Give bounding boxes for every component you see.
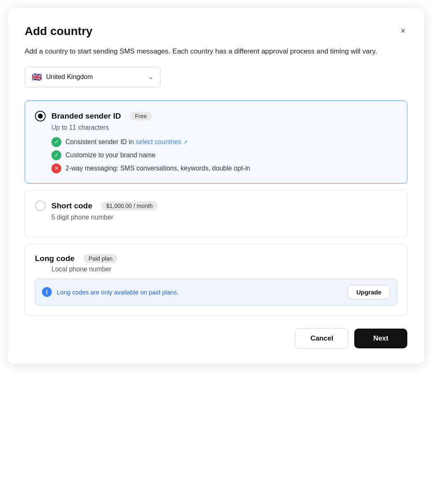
country-selected-text: United Kingdom <box>46 73 144 81</box>
option-card-short[interactable]: Short code $1,000.00 / month 5 digit pho… <box>25 190 407 237</box>
long-code-info-box: i Long codes are only available on paid … <box>35 279 397 306</box>
external-link-icon: ↗ <box>183 139 188 145</box>
long-title: Long code <box>35 254 74 263</box>
feature-text-3: 2-way messaging: SMS conversations, keyw… <box>65 165 250 172</box>
country-flag: 🇬🇧 <box>32 72 42 82</box>
feature-item-1: ✓ Consistent sender ID in select countri… <box>51 137 397 147</box>
short-header: Short code $1,000.00 / month <box>35 201 397 211</box>
short-title: Short code <box>51 201 92 210</box>
cancel-button[interactable]: Cancel <box>295 328 348 349</box>
info-icon: i <box>42 287 52 297</box>
option-card-branded[interactable]: Branded sender ID Free Up to 11 characte… <box>25 100 407 184</box>
modal-description: Add a country to start sending SMS messa… <box>25 46 407 57</box>
branded-feature-list: ✓ Consistent sender ID in select countri… <box>51 137 397 173</box>
x-icon-1: ✕ <box>51 163 61 173</box>
country-dropdown[interactable]: 🇬🇧 United Kingdom ⌄ <box>25 67 160 87</box>
modal-footer: Cancel Next <box>25 328 407 349</box>
select-countries-link[interactable]: select countries <box>136 138 181 145</box>
feature-text-1: Consistent sender ID in select countries… <box>65 138 188 146</box>
long-header: Long code Paid plan <box>35 254 397 263</box>
feature-item-3: ✕ 2-way messaging: SMS conversations, ke… <box>51 163 397 173</box>
short-radio[interactable] <box>35 201 46 211</box>
long-subtitle: Local phone number <box>51 266 397 273</box>
feature-item-2: ✓ Customize to your brand name <box>51 150 397 160</box>
short-badge: $1,000.00 / month <box>101 201 158 210</box>
feature-text-2: Customize to your brand name <box>65 152 156 159</box>
branded-badge: Free <box>130 112 152 121</box>
next-button[interactable]: Next <box>354 329 407 348</box>
branded-radio[interactable] <box>35 111 46 121</box>
check-icon-2: ✓ <box>51 150 61 160</box>
branded-title: Branded sender ID <box>51 112 121 121</box>
modal-title: Add country <box>25 25 93 38</box>
check-icon-1: ✓ <box>51 137 61 147</box>
branded-subtitle: Up to 11 characters <box>51 124 397 131</box>
long-badge: Paid plan <box>84 254 117 263</box>
modal-header: Add country × <box>25 25 407 38</box>
option-card-long[interactable]: Long code Paid plan Local phone number i… <box>25 244 407 316</box>
upgrade-button[interactable]: Upgrade <box>348 285 390 299</box>
close-button[interactable]: × <box>399 25 407 37</box>
add-country-modal: Add country × Add a country to start sen… <box>8 8 424 364</box>
branded-header: Branded sender ID Free <box>35 111 397 121</box>
long-code-info-text: Long codes are only available on paid pl… <box>57 289 343 296</box>
short-subtitle: 5 digit phone number <box>51 214 397 221</box>
chevron-down-icon: ⌄ <box>149 74 153 80</box>
